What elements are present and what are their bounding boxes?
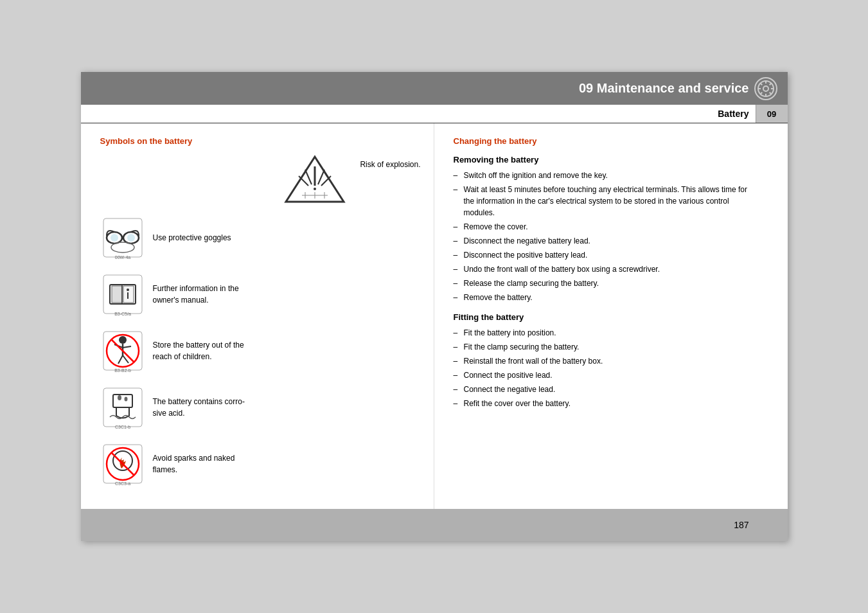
header-title: 09 Maintenance and service (579, 81, 749, 96)
sparks-symbol-row: C3C3-a Avoid sparks and nakedflames. (100, 441, 421, 486)
svg-point-25 (111, 234, 118, 242)
right-column: Changing the battery Removing the batter… (434, 123, 788, 509)
svg-point-16 (314, 188, 316, 190)
goggles-symbol-row: 00W-4a Use protective goggles (100, 215, 421, 260)
svg-text:C3C3-a: C3C3-a (114, 481, 130, 486)
svg-point-1 (763, 86, 768, 91)
symbols-section-title: Symbols on the battery (100, 136, 421, 146)
page-header: 09 Maintenance and service (81, 72, 788, 105)
list-item: Remove the cover. (454, 221, 749, 233)
svg-rect-48 (113, 395, 132, 407)
removing-steps-list: Switch off the ignition and remove the k… (454, 170, 749, 303)
acid-icon: C3C1-b (100, 385, 145, 430)
goggles-text: Use protective goggles (153, 232, 231, 244)
explosion-warning-text: Risk of explosion. (360, 154, 420, 169)
sub-header: Battery 09 (81, 105, 788, 123)
svg-line-9 (760, 92, 762, 94)
goggles-icon: 00W-4a (100, 215, 145, 260)
svg-point-50 (124, 397, 127, 402)
fitting-steps-list: Fit the battery into position. Fit the c… (454, 327, 749, 409)
list-item: Connect the negative lead. (454, 384, 749, 395)
book-text: Further information in theowner's manual… (153, 283, 239, 306)
svg-line-41 (123, 346, 131, 348)
list-item: Undo the front wall of the battery box u… (454, 263, 749, 275)
svg-line-7 (769, 92, 771, 94)
child-icon: B3-B2-b (100, 328, 145, 373)
list-item: Disconnect the positive battery lead. (454, 249, 749, 261)
svg-text:C3C1-b: C3C1-b (114, 425, 130, 429)
list-item: Connect the positive lead. (454, 369, 749, 381)
list-item: Fit the battery into position. (454, 327, 749, 339)
list-item: Reinstall the front wall of the battery … (454, 355, 749, 367)
list-item: Wait at least 5 minutes before touching … (454, 184, 749, 218)
page-number: 187 (734, 520, 748, 530)
svg-rect-31 (112, 286, 122, 303)
page-container: 09 Maintenance and service Battery 09 (81, 72, 788, 541)
fitting-subtitle: Fitting the battery (454, 312, 749, 322)
svg-point-26 (127, 234, 135, 242)
symbols-list: 00W-4a Use protective goggles (100, 215, 421, 492)
book-icon: B3-C5/a (100, 272, 145, 317)
list-item: Remove the battery. (454, 292, 749, 303)
svg-line-12 (305, 170, 312, 184)
changing-section-title: Changing the battery (454, 136, 749, 146)
svg-text:00W-4a: 00W-4a (114, 255, 130, 260)
svg-point-38 (119, 336, 127, 344)
svg-point-49 (118, 395, 121, 400)
chapter-tab: 09 (756, 105, 788, 123)
left-column: Symbols on the battery (81, 123, 434, 509)
sparks-icon: C3C3-a (100, 441, 145, 486)
svg-line-13 (318, 170, 324, 184)
child-symbol-row: B3-B2-b Store the battery out of thereac… (100, 328, 421, 373)
svg-point-27 (111, 242, 134, 253)
svg-text:B3-C5/a: B3-C5/a (114, 312, 131, 316)
svg-text:B3-B2-b: B3-B2-b (114, 368, 131, 373)
child-text: Store the battery out of thereach of chi… (153, 339, 244, 362)
svg-line-42 (118, 355, 123, 364)
svg-line-6 (760, 83, 762, 85)
acid-text: The battery contains corro-sive acid. (153, 396, 245, 419)
list-item: Switch off the ignition and remove the k… (454, 170, 749, 181)
list-item: Release the clamp securing the battery. (454, 278, 749, 289)
page-footer: 187 (81, 509, 788, 541)
list-item: Refit the cover over the battery. (454, 398, 749, 409)
book-symbol-row: B3-C5/a Further information in theowner'… (100, 272, 421, 317)
warning-area: Risk of explosion. (100, 154, 421, 205)
svg-point-34 (127, 289, 129, 291)
removing-subtitle: Removing the battery (454, 155, 749, 164)
main-content: Symbols on the battery (81, 123, 788, 509)
sparks-text: Avoid sparks and nakedflames. (153, 452, 235, 475)
explosion-warning-image (283, 154, 347, 205)
acid-symbol-row: C3C1-b The battery contains corro-sive a… (100, 385, 421, 430)
settings-icon (754, 77, 777, 100)
battery-subtitle: Battery (718, 105, 748, 123)
list-item: Disconnect the negative battery lead. (454, 235, 749, 247)
list-item: Fit the clamp securing the battery. (454, 341, 749, 353)
svg-line-8 (769, 83, 771, 85)
svg-rect-35 (127, 292, 128, 299)
